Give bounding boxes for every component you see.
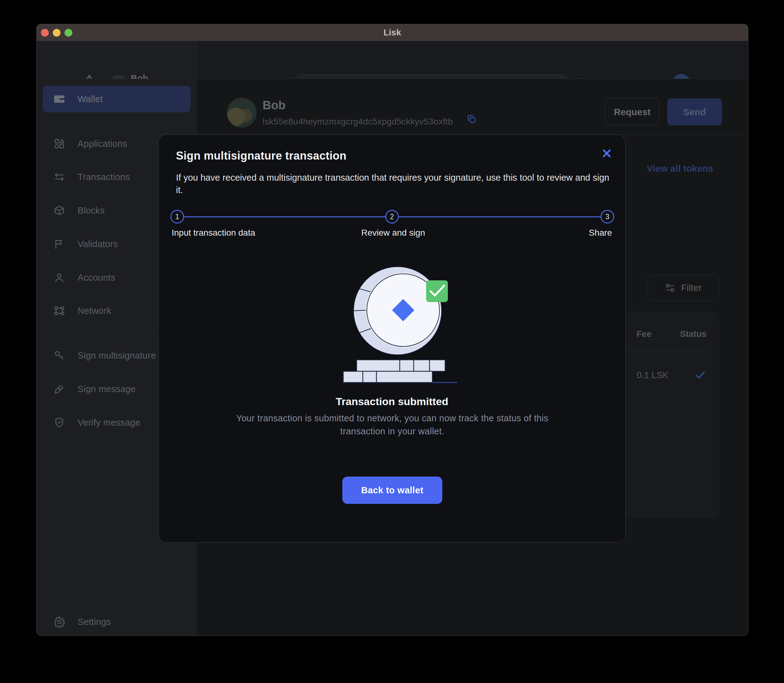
minimize-window-button[interactable]	[53, 29, 61, 37]
send-button-label: Send	[683, 107, 706, 117]
modal-description: If you have received a multisignature tr…	[176, 172, 617, 196]
sidebar-item-label: Blocks	[78, 205, 105, 216]
sidebar-item-label: Verify message	[78, 418, 140, 428]
close-window-button[interactable]	[41, 29, 49, 37]
gear-icon	[53, 616, 65, 628]
blocks-icon	[53, 205, 65, 216]
traffic-lights	[37, 24, 72, 41]
close-icon[interactable]	[601, 148, 612, 159]
zoom-window-button[interactable]	[64, 29, 72, 37]
sidebar-item-label: Sign multisignature	[78, 351, 156, 361]
result-description: Your transaction is submitted to network…	[222, 412, 563, 438]
network-icon	[53, 305, 65, 317]
stepper-line	[399, 216, 600, 217]
request-button-label: Request	[614, 107, 651, 117]
step-3-circle: 3	[600, 210, 614, 223]
sidebar-item-label: Applications	[78, 139, 127, 149]
modal-title: Sign multisignature transaction	[176, 149, 346, 162]
applications-icon	[53, 138, 65, 150]
sidebar-item-label: Transactions	[78, 172, 130, 182]
transaction-success-illustration	[336, 261, 491, 394]
sidebar-item-label: Sign message	[78, 384, 136, 394]
step-2-label: Review and sign	[361, 228, 425, 238]
back-to-wallet-button[interactable]: Back to wallet	[342, 476, 442, 504]
column-header-fee: Fee	[637, 329, 651, 339]
column-header-status: Status	[680, 329, 707, 339]
sidebar-item-settings[interactable]: Settings	[43, 609, 190, 635]
wallet-avatar	[227, 98, 257, 128]
back-to-wallet-label: Back to wallet	[361, 485, 423, 495]
pen-icon	[53, 383, 65, 395]
view-all-tokens-link[interactable]: View all tokens	[646, 163, 713, 174]
status-confirmed-icon	[694, 369, 706, 381]
step-number: 1	[175, 213, 179, 221]
sidebar-header	[37, 41, 197, 79]
send-button[interactable]: Send	[667, 98, 722, 125]
filter-icon	[665, 282, 675, 293]
sidebar-item-label: Settings	[78, 617, 111, 627]
table-row-fee: 0.1 LSK	[637, 370, 669, 380]
sidebar-item-label: Network	[78, 306, 111, 316]
step-number: 3	[606, 213, 610, 221]
step-1-label: Input transaction data	[172, 228, 255, 238]
topbar	[197, 41, 748, 79]
shield-check-icon	[53, 417, 65, 428]
wallet-account-address: lsk55e8u4heymzmxgcrg4dc5xpgd5ckkyv53oxft…	[262, 117, 453, 127]
step-3-label: Share	[589, 228, 612, 238]
wallet-account-name: Bob	[262, 99, 286, 112]
window-title: Lisk	[383, 27, 401, 38]
result-title: Transaction submitted	[158, 396, 626, 407]
sidebar-item-label: Validators	[78, 239, 118, 249]
filter-button[interactable]: Filter	[648, 275, 719, 301]
step-number: 2	[390, 213, 394, 221]
step-2-circle: 2	[385, 210, 399, 223]
key-icon	[53, 350, 65, 361]
stepper-line	[184, 216, 385, 217]
sidebar-item-label: Wallet	[78, 94, 103, 104]
step-1-circle: 1	[170, 210, 184, 223]
titlebar: Lisk	[37, 24, 748, 41]
filter-button-label: Filter	[681, 282, 702, 293]
copy-address-icon[interactable]	[466, 114, 477, 124]
divider	[43, 120, 190, 121]
request-button[interactable]: Request	[605, 98, 659, 125]
wallet-icon	[53, 93, 65, 105]
sign-multisignature-modal: Sign multisignature transaction If you h…	[158, 135, 626, 543]
accounts-icon	[53, 272, 65, 284]
sidebar-item-wallet[interactable]: Wallet	[43, 86, 190, 112]
transactions-icon	[53, 171, 65, 183]
sidebar-item-label: Accounts	[78, 273, 115, 283]
validators-icon	[53, 238, 65, 250]
